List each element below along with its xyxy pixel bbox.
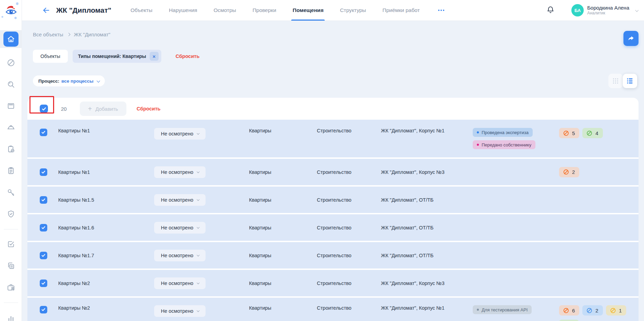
clipped-badge: [559, 320, 579, 321]
sidebar-item-ban[interactable]: [4, 56, 18, 70]
premise-type: Квартиры: [249, 253, 317, 258]
row-checkbox[interactable]: [40, 196, 47, 204]
notifications-button[interactable]: [546, 5, 556, 15]
user-menu-chevron-icon[interactable]: [635, 8, 639, 12]
objects-filter-chip[interactable]: Объекты: [33, 50, 68, 63]
app-logo[interactable]: ❄ ❄ ❄: [0, 0, 22, 21]
status-cell: Не осмотрено: [154, 194, 249, 206]
user-role: Аналитик: [587, 11, 629, 16]
status-dropdown[interactable]: Не осмотрено: [154, 305, 206, 317]
top-header: ЖК "Дипломат" ОбъектыНарушенияОсмотрыПро…: [22, 0, 644, 21]
premise-name: Квартиры №1.5: [58, 197, 154, 203]
table-row[interactable]: Квартиры №1.6Не осмотреноКвартирыСтроите…: [27, 214, 639, 241]
row-checkbox-cell: [40, 224, 58, 231]
status-dropdown[interactable]: Не осмотрено: [154, 194, 206, 206]
tag-dot-icon: [477, 309, 479, 311]
status-value: Не осмотрено: [161, 253, 193, 258]
no-entry-icon: [587, 131, 592, 136]
status-dropdown[interactable]: Не осмотрено: [154, 166, 206, 178]
violation-count-badge: 6: [559, 305, 579, 316]
view-toggle: [608, 74, 637, 88]
premises-table: Квартиры №1Не осмотреноКвартирыСтроитель…: [27, 120, 639, 321]
bell-icon: [546, 5, 555, 14]
sidebar-item-check-square[interactable]: [4, 237, 18, 251]
status-dropdown[interactable]: Не осмотрено: [154, 222, 206, 234]
status-dropdown[interactable]: Не осмотрено: [154, 128, 206, 140]
select-all-checkbox[interactable]: [40, 105, 48, 113]
reset-selection-link[interactable]: Сбросить: [137, 106, 161, 111]
row-checkbox[interactable]: [40, 129, 47, 136]
list-view-button[interactable]: [623, 74, 637, 88]
sidebar-item-home[interactable]: [0, 30, 22, 48]
sidebar-item-bar-chart[interactable]: [4, 311, 18, 321]
tab-помещения[interactable]: Помещения: [293, 0, 323, 21]
user-avatar[interactable]: БА: [571, 4, 584, 16]
tab-осмотры[interactable]: Осмотры: [214, 0, 236, 21]
row-checkbox[interactable]: [40, 306, 47, 313]
back-button[interactable]: [41, 5, 51, 15]
tag-label: Передано собственнику: [482, 142, 531, 147]
status-value: Не осмотрено: [161, 131, 193, 136]
more-tabs-button[interactable]: [436, 8, 446, 13]
no-entry-icon: [587, 308, 592, 313]
violation-count-badge: 4: [582, 128, 603, 138]
remove-filter-button[interactable]: ×: [150, 52, 159, 61]
chevron-down-icon: [97, 79, 100, 82]
sidebar-item-search[interactable]: [4, 78, 18, 91]
violation-count-badge: 2: [559, 167, 579, 177]
status-value: Не осмотрено: [161, 169, 193, 175]
status-cell: Не осмотрено: [154, 128, 249, 140]
badge-count: 6: [572, 308, 575, 313]
process-name: Строительство: [317, 305, 381, 311]
sidebar-item-clipboard-check[interactable]: [4, 142, 18, 156]
sidebar-item-hard-hat[interactable]: [4, 121, 18, 134]
table-row[interactable]: Квартиры №1Не осмотреноКвартирыСтроитель…: [27, 120, 639, 157]
table-row[interactable]: Квартиры №1Не осмотреноКвартирыСтроитель…: [27, 159, 639, 185]
table-row[interactable]: Квартиры №2Не осмотреноКвартирыСтроитель…: [27, 298, 639, 321]
row-checkbox[interactable]: [40, 280, 47, 287]
user-name: Бородкина Алена: [587, 5, 629, 11]
process-name: Строительство: [317, 281, 381, 286]
status-cell: Не осмотрено: [154, 166, 249, 178]
row-checkbox[interactable]: [40, 168, 47, 176]
row-checkbox[interactable]: [40, 252, 47, 259]
status-dropdown[interactable]: Не осмотрено: [154, 250, 206, 261]
tab-объекты[interactable]: Объекты: [131, 0, 152, 21]
sidebar-item-copy[interactable]: [4, 259, 18, 273]
badge-count: 4: [595, 130, 598, 136]
status-value: Не осмотрено: [161, 225, 193, 230]
premise-name: Квартиры №2: [58, 305, 154, 311]
sidebar-item-key[interactable]: [4, 186, 18, 199]
list-view-icon: [626, 77, 634, 85]
row-checkbox-cell: [40, 305, 58, 313]
status-value: Не осмотрено: [161, 281, 193, 286]
table-row[interactable]: Квартиры №2Не осмотреноКвартирыСтроитель…: [27, 270, 639, 296]
share-button[interactable]: [623, 31, 639, 46]
no-entry-icon: [610, 308, 616, 313]
status-dropdown[interactable]: Не осмотрено: [154, 277, 206, 289]
breadcrumb-all-objects[interactable]: Все объекты: [33, 32, 63, 37]
reset-filters-link[interactable]: Сбросить: [176, 54, 200, 59]
process-filter-dropdown[interactable]: Процесс: все процессы: [33, 75, 105, 86]
row-checkbox[interactable]: [40, 224, 47, 231]
tags-cell: Проведена экспертизаПередано собственник…: [473, 128, 559, 149]
grid-view-icon: [611, 77, 620, 85]
tab-проверки[interactable]: Проверки: [252, 0, 276, 21]
sidebar-item-clipboard-list[interactable]: [4, 164, 18, 178]
user-menu[interactable]: Бородкина Алена Аналитик: [587, 5, 629, 15]
status-cell: Не осмотрено: [154, 250, 249, 261]
sidebar-item-card[interactable]: [4, 99, 18, 113]
sidebar-item-shield-check[interactable]: [4, 207, 18, 221]
sidebar-item-briefcase-user[interactable]: [4, 281, 18, 294]
ellipsis-icon: [438, 10, 439, 11]
tab-структуры[interactable]: Структуры: [340, 0, 366, 21]
tag-dot-icon: [477, 144, 479, 146]
add-button[interactable]: + Добавить: [80, 102, 126, 116]
status-tag: Проведена экспертиза: [473, 128, 533, 137]
tab-нарушения[interactable]: Нарушения: [169, 0, 197, 21]
grid-view-button[interactable]: [608, 74, 623, 88]
table-row[interactable]: Квартиры №1.5Не осмотреноКвартирыСтроите…: [27, 187, 639, 213]
table-row[interactable]: Квартиры №1.7Не осмотреноКвартирыСтроите…: [27, 242, 639, 269]
process-filter-value: все процессы: [61, 79, 94, 84]
tab-приёмки-работ[interactable]: Приёмки работ: [382, 0, 420, 21]
